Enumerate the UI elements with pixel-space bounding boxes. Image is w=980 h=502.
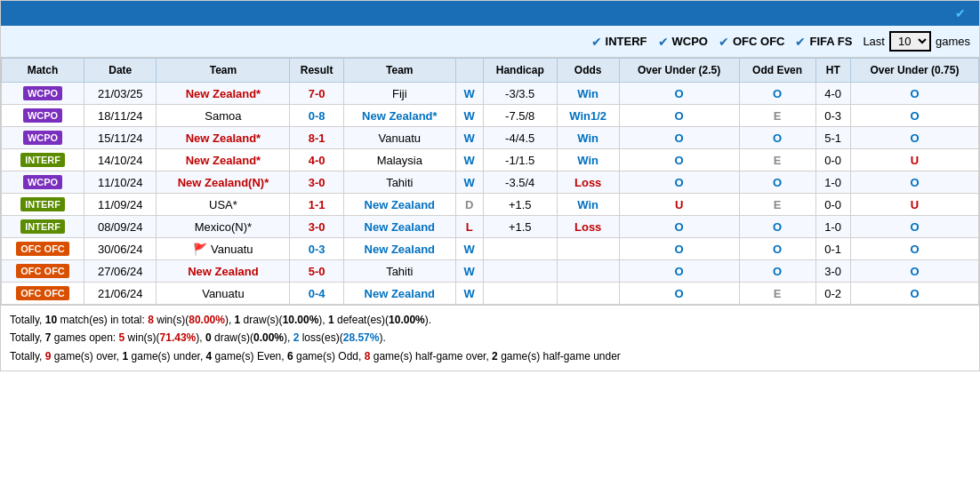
team2-name: Malaysia <box>377 154 422 167</box>
team2-name: Fiji <box>392 87 407 100</box>
odds-cell <box>557 283 619 305</box>
date-cell: 21/06/24 <box>84 283 157 305</box>
col-result: Result <box>290 59 343 83</box>
result-value: 5-0 <box>309 265 325 278</box>
table-row: WCPO18/11/24Samoa0-8New Zealand*W-7.5/8W… <box>2 105 979 127</box>
team2-name: New Zealand <box>365 287 435 300</box>
ht-cell: 0-3 <box>815 105 850 127</box>
ou075-value: O <box>910 220 919 234</box>
ou075-cell: O <box>850 260 978 283</box>
ou25-value: O <box>675 109 684 123</box>
team2-name: New Zealand <box>365 243 435 256</box>
outcome-cell: L <box>455 216 483 238</box>
filter-interf[interactable]: ✔ INTERF <box>591 35 647 49</box>
date-cell: 11/09/24 <box>84 194 157 216</box>
match-badge: OFC OFC <box>16 264 69 278</box>
summary-line2: Totally, 7 games open: 5 win(s)(71.43%),… <box>10 329 970 347</box>
result-value: 8-1 <box>309 131 325 145</box>
result-cell: 8-1 <box>290 127 343 149</box>
table-row: INTERF08/09/24Mexico(N)*3-0New ZealandL+… <box>2 216 979 238</box>
team1-name: New Zealand* <box>186 154 261 167</box>
ou25-cell: O <box>619 105 739 127</box>
match-badge-cell: OFC OFC <box>2 238 84 260</box>
oddeven-value: O <box>773 176 782 189</box>
filter-fifafs[interactable]: ✔ FIFA FS <box>795 35 852 49</box>
filter-ofc[interactable]: ✔ OFC OFC <box>719 35 785 49</box>
odds-cell: Win <box>557 127 619 149</box>
ou25-value: O <box>675 154 684 167</box>
handicap-cell <box>483 260 557 283</box>
odds-cell <box>557 260 619 283</box>
match-badge-cell: OFC OFC <box>2 260 84 283</box>
table-row: WCPO21/03/25New Zealand*7-0FijiW-3/3.5Wi… <box>2 83 979 105</box>
interf-label: INTERF <box>606 35 647 48</box>
result-value: 4-0 <box>309 154 325 167</box>
odds-cell: Win <box>557 83 619 105</box>
date-cell: 11/10/24 <box>84 171 157 194</box>
date-cell: 21/03/25 <box>84 83 157 105</box>
ou075-cell: U <box>850 149 978 171</box>
outcome-cell: W <box>455 83 483 105</box>
col-oddeven: Odd Even <box>739 59 815 83</box>
col-ht: HT <box>815 59 850 83</box>
handicap-cell <box>483 283 557 305</box>
team1-name: Vanuatu <box>202 287 244 300</box>
ht-cell: 1-0 <box>815 216 850 238</box>
match-badge: WCPO <box>23 86 62 100</box>
match-badge-cell: WCPO <box>2 127 84 149</box>
outcome-cell: W <box>455 105 483 127</box>
ou075-cell: O <box>850 83 978 105</box>
ou25-value: O <box>675 87 684 100</box>
team1-cell: Samoa <box>157 105 290 127</box>
fifafs-label: FIFA FS <box>809 35 852 48</box>
col-match: Match <box>2 59 84 83</box>
team1-name: New Zealand* <box>186 87 261 100</box>
col-ou075: Over Under (0.75) <box>850 59 978 83</box>
team1-name: New Zealand(N)* <box>178 176 269 189</box>
display-notes-toggle[interactable]: ✔ <box>955 6 970 20</box>
ou075-cell: O <box>850 171 978 194</box>
oddeven-value: O <box>773 131 782 145</box>
team2-cell: New Zealand* <box>343 105 455 127</box>
team2-cell: Vanuatu <box>343 127 455 149</box>
games-label: games <box>936 35 970 48</box>
outcome-cell: W <box>455 283 483 305</box>
team1-cell: 🚩 Vanuatu <box>157 238 290 260</box>
table-row: INTERF11/09/24USA*1-1New ZealandD+1.5Win… <box>2 194 979 216</box>
oddeven-cell: E <box>739 283 815 305</box>
ou075-value: O <box>910 287 919 300</box>
ou25-cell: O <box>619 83 739 105</box>
result-value: 1-1 <box>309 198 325 211</box>
date-cell: 14/10/24 <box>84 149 157 171</box>
wcpo-check-icon: ✔ <box>658 35 669 49</box>
team1-name: USA* <box>209 198 237 211</box>
outcome-value: W <box>464 243 475 256</box>
date-cell: 08/09/24 <box>84 216 157 238</box>
ou25-value: O <box>675 176 684 189</box>
games-select[interactable]: 5 10 15 20 all <box>889 31 931 52</box>
match-badge: WCPO <box>23 108 62 123</box>
team2-name: New Zealand <box>365 198 435 211</box>
team2-name: Tahiti <box>386 265 413 278</box>
team2-cell: New Zealand <box>343 194 455 216</box>
team2-cell: Malaysia <box>343 149 455 171</box>
odds-cell: Loss <box>557 216 619 238</box>
match-badge: WCPO <box>23 175 62 189</box>
table-row: WCPO15/11/24New Zealand*8-1VanuatuW-4/4.… <box>2 127 979 149</box>
ou25-cell: O <box>619 260 739 283</box>
oddeven-cell: O <box>739 171 815 194</box>
ou25-cell: O <box>619 149 739 171</box>
interf-check-icon: ✔ <box>591 35 602 49</box>
team1-name: Mexico(N)* <box>195 220 252 234</box>
match-badge-cell: OFC OFC <box>2 283 84 305</box>
outcome-cell: D <box>455 194 483 216</box>
outcome-value: W <box>464 287 475 300</box>
result-value: 0-3 <box>309 243 325 256</box>
team1-cell: New Zealand* <box>157 127 290 149</box>
filter-wcpo[interactable]: ✔ WCPO <box>658 35 708 49</box>
table-row: OFC OFC21/06/24Vanuatu0-4New ZealandWOE0… <box>2 283 979 305</box>
handicap-cell: -3.5/4 <box>483 171 557 194</box>
result-cell: 0-4 <box>290 283 343 305</box>
oddeven-cell: O <box>739 83 815 105</box>
odds-value: Loss <box>574 176 601 189</box>
